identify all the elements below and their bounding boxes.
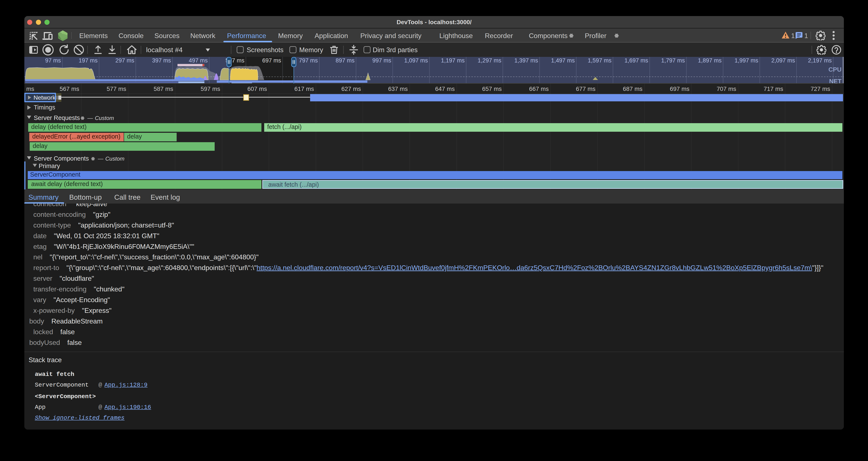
svg-text:1,497 ms: 1,497 ms bbox=[551, 57, 575, 64]
svg-text:1,897 ms: 1,897 ms bbox=[698, 57, 721, 64]
svg-text:1,097 ms: 1,097 ms bbox=[404, 57, 428, 64]
svg-text:1,397 ms: 1,397 ms bbox=[514, 57, 538, 64]
svg-text:2,097 ms: 2,097 ms bbox=[771, 57, 795, 64]
svg-text:897 ms: 897 ms bbox=[336, 57, 354, 64]
svg-text:1,597 ms: 1,597 ms bbox=[588, 57, 612, 64]
svg-text:97 ms: 97 ms bbox=[45, 57, 61, 64]
svg-text:2,197 ms: 2,197 ms bbox=[808, 57, 832, 64]
svg-text:1,297 ms: 1,297 ms bbox=[477, 57, 501, 64]
svg-text:1,797 ms: 1,797 ms bbox=[661, 57, 685, 64]
svg-text:397 ms: 397 ms bbox=[152, 57, 171, 64]
svg-text:197 ms: 197 ms bbox=[79, 57, 98, 64]
svg-text:797 ms: 797 ms bbox=[299, 57, 318, 64]
svg-text:1,197 ms: 1,197 ms bbox=[441, 57, 465, 64]
svg-text:297 ms: 297 ms bbox=[115, 57, 134, 64]
svg-text:NET: NET bbox=[829, 78, 841, 84]
svg-text:CPU: CPU bbox=[829, 66, 841, 73]
svg-text:497 ms: 497 ms bbox=[189, 57, 208, 64]
svg-text:1,697 ms: 1,697 ms bbox=[624, 57, 648, 64]
svg-text:997 ms: 997 ms bbox=[372, 57, 391, 64]
svg-text:697 ms: 697 ms bbox=[262, 57, 281, 64]
svg-text:1,997 ms: 1,997 ms bbox=[735, 57, 758, 64]
